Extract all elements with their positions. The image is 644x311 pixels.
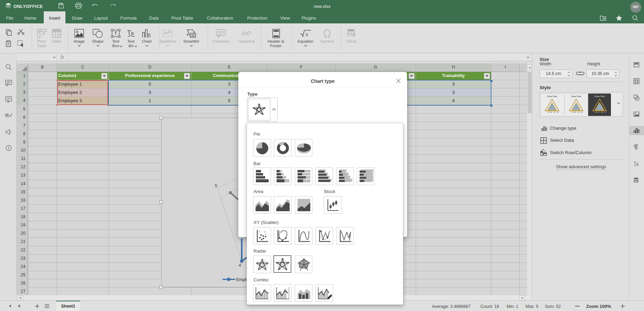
svg-text:a: a	[636, 162, 638, 165]
svg-text:Chart Title: Chart Title	[571, 95, 581, 97]
svg-text:a: a	[131, 30, 134, 36]
svg-text:ab: ab	[5, 113, 9, 117]
svg-text:5: 5	[215, 183, 217, 188]
svg-text:x: x	[305, 31, 308, 37]
svg-text:Chart Title: Chart Title	[547, 95, 557, 97]
svg-text:4: 4	[239, 263, 241, 268]
svg-text:Chart Title: Chart Title	[594, 95, 605, 97]
